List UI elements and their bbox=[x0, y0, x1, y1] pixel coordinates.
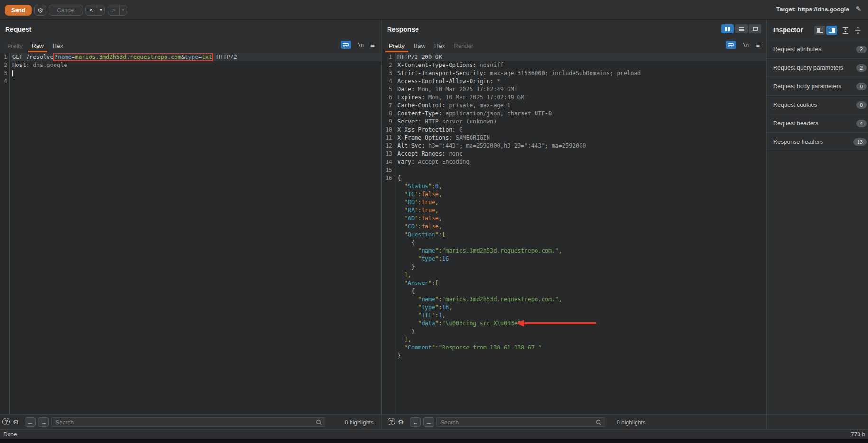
code-line: "Question":[ bbox=[382, 231, 766, 239]
code-line: { bbox=[382, 287, 766, 295]
response-search-gear-icon[interactable]: ⚙ bbox=[398, 418, 404, 426]
forward-arrow-icon[interactable]: > bbox=[108, 5, 120, 15]
line-number bbox=[382, 190, 395, 198]
code-line: 7Cache-Control: private, max-age=1 bbox=[382, 102, 766, 110]
response-tab-hex[interactable]: Hex bbox=[433, 41, 447, 52]
editor-menu-icon[interactable]: ≡ bbox=[370, 41, 375, 49]
inspector-section-request-cookies[interactable]: Request cookies0 bbox=[767, 96, 868, 114]
line-number: 5 bbox=[382, 85, 395, 94]
dock-right-button[interactable] bbox=[826, 26, 837, 35]
request-search-gear-icon[interactable]: ⚙ bbox=[13, 418, 19, 426]
forward-split-button[interactable]: > ▾ bbox=[108, 5, 127, 16]
request-search-input[interactable] bbox=[52, 418, 325, 427]
code-line: { bbox=[382, 239, 766, 247]
request-search-next-button[interactable]: → bbox=[38, 417, 49, 427]
response-search-next-button[interactable]: → bbox=[423, 417, 434, 427]
inspector-section-request-query-parameters[interactable]: Request query parameters2 bbox=[767, 59, 868, 77]
request-tabs: PrettyRawHex bbox=[0, 41, 381, 53]
collapse-all-icon[interactable] bbox=[854, 27, 861, 34]
count-badge: 0 bbox=[856, 83, 867, 90]
response-search-prev-button[interactable]: ← bbox=[410, 417, 421, 427]
response-tab-render[interactable]: Render bbox=[452, 41, 475, 52]
line-number: 15 bbox=[382, 166, 395, 174]
code-line: "RA":true, bbox=[382, 207, 766, 215]
count-badge: 4 bbox=[856, 120, 867, 127]
response-panel: Response PrettyRawHexRender \n ≡ 1HTTP/2… bbox=[382, 20, 766, 414]
line-number: 12 bbox=[382, 142, 395, 150]
forward-dropdown-caret-icon[interactable]: ▾ bbox=[120, 5, 127, 15]
wrap-lines-icon[interactable] bbox=[726, 41, 736, 49]
line-number bbox=[382, 344, 395, 352]
response-editor[interactable]: 1HTTP/2 200 OK2X-Content-Type-Options: n… bbox=[382, 53, 766, 414]
response-search-help-icon[interactable]: ? bbox=[388, 418, 395, 425]
inspector-sections: Request attributes2Request query paramet… bbox=[767, 40, 868, 151]
inspector-section-request-body-parameters[interactable]: Request body parameters0 bbox=[767, 77, 868, 96]
layout-single-button[interactable] bbox=[749, 24, 761, 33]
line-number bbox=[382, 311, 395, 320]
bottom-strip bbox=[0, 439, 868, 443]
expand-all-icon[interactable] bbox=[842, 27, 849, 34]
response-search-input[interactable] bbox=[437, 418, 605, 427]
code-line: 8Content-Type: application/json; charset… bbox=[382, 110, 766, 118]
line-number: 16 bbox=[382, 174, 395, 182]
send-button[interactable]: Send bbox=[5, 5, 32, 16]
line-number: 1 bbox=[382, 53, 395, 61]
line-number bbox=[382, 320, 395, 328]
inspector-header: Inspector { bbox=[767, 20, 868, 40]
section-label: Request body parameters bbox=[773, 83, 856, 90]
text-cursor bbox=[12, 70, 13, 76]
count-badge: 13 bbox=[853, 138, 867, 146]
line-number bbox=[382, 287, 395, 295]
wrap-lines-icon[interactable] bbox=[341, 41, 351, 49]
inspector-section-request-attributes[interactable]: Request attributes2 bbox=[767, 40, 868, 59]
code-line: 9Server: HTTP server (unknown) bbox=[382, 118, 766, 126]
back-split-button[interactable]: < ▾ bbox=[85, 5, 105, 16]
target-label: Target: bbox=[776, 6, 798, 13]
line-number bbox=[382, 207, 395, 215]
line-number: 14 bbox=[382, 158, 395, 166]
line-number: 4 bbox=[0, 77, 9, 85]
edit-target-pencil-icon[interactable]: ✎ bbox=[855, 5, 861, 13]
section-label: Response headers bbox=[773, 139, 853, 145]
layout-rows-button[interactable] bbox=[735, 24, 748, 33]
target-value: https://dns.google bbox=[798, 6, 849, 13]
response-inspector-divider[interactable] bbox=[766, 20, 767, 429]
response-highlights-count: 0 highlights bbox=[617, 419, 646, 426]
code-line: "Comment":"Response from 130.61.138.67." bbox=[382, 344, 766, 352]
editor-menu-icon[interactable]: ≡ bbox=[756, 41, 760, 49]
request-response-divider[interactable] bbox=[381, 20, 382, 429]
inspector-section-response-headers[interactable]: Response headers13 bbox=[767, 133, 868, 151]
cancel-button[interactable]: Cancel bbox=[49, 5, 83, 16]
inspector-section-request-headers[interactable]: Request headers4 bbox=[767, 114, 868, 133]
line-number: 9 bbox=[382, 118, 395, 126]
request-search-help-icon[interactable]: ? bbox=[2, 418, 10, 425]
line-number bbox=[382, 231, 395, 239]
status-text: Done bbox=[3, 431, 17, 438]
response-size: 773 b bbox=[851, 431, 865, 438]
inspector-expand-icons bbox=[842, 27, 861, 34]
newline-toggle-icon[interactable]: \n bbox=[358, 42, 364, 48]
code-line: 1GET /resolve?name=marios.3md2h53d.reque… bbox=[0, 53, 381, 61]
request-searchbox bbox=[51, 417, 325, 427]
dock-left-button[interactable] bbox=[814, 26, 825, 35]
settings-gear-button[interactable]: ⚙ bbox=[34, 5, 46, 16]
response-tab-pretty[interactable]: Pretty bbox=[387, 41, 406, 52]
response-tab-raw[interactable]: Raw bbox=[412, 41, 427, 52]
newline-toggle-icon[interactable]: \n bbox=[743, 42, 749, 48]
code-line: "name":"marios.3md2h53d.requestrepo.com.… bbox=[382, 295, 766, 303]
request-search-prev-button[interactable]: ← bbox=[25, 417, 36, 427]
request-editor[interactable]: 1GET /resolve?name=marios.3md2h53d.reque… bbox=[0, 53, 381, 414]
magnifier-icon bbox=[316, 419, 322, 425]
layout-columns-button[interactable] bbox=[721, 24, 734, 33]
code-line: 11X-Frame-Options: SAMEORIGIN bbox=[382, 134, 766, 142]
search-row: ? ⚙ ← → 0 highlights ? ⚙ ← → 0 highlight… bbox=[0, 414, 868, 429]
code-line: 3 bbox=[0, 69, 381, 77]
request-tab-hex[interactable]: Hex bbox=[51, 41, 65, 52]
back-dropdown-caret-icon[interactable]: ▾ bbox=[97, 5, 104, 15]
code-line: "Answer":[ bbox=[382, 279, 766, 287]
section-label: Request attributes bbox=[773, 46, 856, 53]
request-tab-raw[interactable]: Raw bbox=[30, 41, 46, 52]
request-tab-pretty[interactable]: Pretty bbox=[5, 41, 25, 52]
line-number bbox=[382, 263, 395, 271]
back-arrow-icon[interactable]: < bbox=[86, 5, 97, 15]
